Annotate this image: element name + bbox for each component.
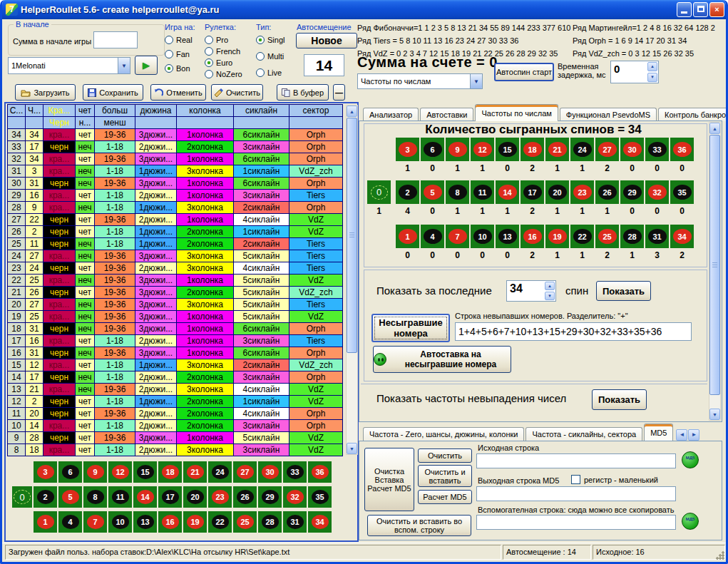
number-cell-29[interactable]: 29 (620, 180, 644, 204)
number-cell-3[interactable]: 3 (34, 461, 57, 483)
number-cell-23[interactable]: 23 (570, 180, 594, 204)
number-cell-19[interactable]: 19 (183, 511, 207, 533)
md5-calc-button[interactable]: Расчет MD5 (418, 490, 472, 504)
number-cell-30[interactable]: 30 (620, 138, 644, 161)
save-button[interactable]: Сохранить (83, 84, 143, 101)
zero-cell[interactable]: 0 (367, 180, 391, 204)
table-scrollbar-thumb[interactable] (347, 118, 357, 353)
number-cell-9[interactable]: 9 (83, 461, 107, 483)
number-cell-15[interactable]: 15 (133, 461, 157, 483)
number-cell-4[interactable]: 4 (421, 225, 444, 248)
number-cell-10[interactable]: 10 (471, 225, 494, 248)
number-cell-20[interactable]: 20 (183, 486, 207, 508)
number-cell-22[interactable]: 22 (208, 511, 232, 533)
close-button[interactable]: × (709, 2, 724, 17)
play-button[interactable]: ▶ (135, 56, 158, 75)
table-row[interactable]: 262чернчет1-181дюжи...2колонка1сиклайнVd… (8, 226, 343, 238)
radio-option-multi[interactable]: Multi (256, 52, 302, 61)
md5-output-input[interactable] (476, 486, 676, 501)
number-cell-26[interactable]: 26 (233, 486, 257, 508)
number-cell-32[interactable]: 32 (283, 486, 307, 508)
autobet-missed-button[interactable]: Автоставка на несыгравшие номера (373, 346, 511, 373)
md5-calc-icon[interactable]: МД5 (682, 451, 699, 468)
title-bar[interactable]: 7 HelperRoullet 5.6- create helperroulle… (0, 0, 728, 19)
number-cell-36[interactable]: 36 (308, 461, 332, 483)
preset-combo[interactable]: 1Melonati ▼ (8, 57, 130, 74)
show-last-spinner[interactable]: 34 ▲▼ (506, 280, 556, 302)
number-cell-29[interactable]: 29 (258, 486, 282, 508)
number-cell-24[interactable]: 24 (570, 138, 594, 161)
number-cell-12[interactable]: 12 (108, 461, 132, 483)
number-cell-12[interactable]: 12 (471, 138, 494, 161)
radio-option-singl[interactable]: Singl (256, 36, 302, 44)
delay-spinner[interactable]: 0 ▲▼ (610, 61, 659, 83)
table-row[interactable]: 3434кра...чет19-363дюжи...1колонка6сикла… (8, 129, 343, 141)
missed-numbers-button[interactable]: Несыгравшие номера (371, 314, 450, 342)
number-cell-15[interactable]: 15 (496, 138, 519, 161)
table-row[interactable]: 928чернчет19-363дюжи...1колонка5сиклайнV… (8, 432, 343, 444)
number-cell-6[interactable]: 6 (58, 461, 82, 483)
number-cell-35[interactable]: 35 (308, 486, 332, 508)
scroll-up-icon[interactable]: ▲ (709, 123, 720, 134)
resize-grip[interactable] (716, 551, 724, 560)
number-cell-33[interactable]: 33 (645, 138, 669, 161)
number-cell-33[interactable]: 33 (283, 461, 307, 483)
frequencies-grid[interactable]: 0369121518212427303336101102112000258111… (367, 138, 709, 260)
table-row[interactable]: 2225кра...неч19-363дюжи...1колонка5сикла… (8, 275, 343, 287)
table-row[interactable]: 1512кра...чет1-181дюжи...3колонка2сиклай… (8, 359, 343, 371)
table-row[interactable]: 289кра...неч1-181дюжи...3колонка2сиклайн… (8, 202, 343, 214)
number-cell-24[interactable]: 24 (208, 461, 232, 483)
spin-up-icon[interactable]: ▲ (647, 62, 657, 71)
number-cell-10[interactable]: 10 (108, 511, 132, 533)
table-row[interactable]: 2511черннеч1-181дюжи...2колонка2сиклайнT… (8, 238, 343, 250)
number-cell-17[interactable]: 17 (158, 486, 182, 508)
number-cell-19[interactable]: 19 (545, 225, 569, 248)
number-cell-31[interactable]: 31 (645, 225, 669, 248)
table-row[interactable]: 3317черннеч1-182дюжи...2колонка3сиклайнO… (8, 141, 343, 153)
table-row[interactable]: 2324чернчет19-362дюжи...3колонка4сиклайн… (8, 262, 343, 275)
number-cell-32[interactable]: 32 (645, 180, 669, 204)
number-cell-25[interactable]: 25 (233, 511, 257, 533)
number-cell-31[interactable]: 31 (283, 511, 307, 533)
number-cell-14[interactable]: 14 (133, 486, 157, 508)
spin-down-icon[interactable]: ▼ (545, 292, 555, 300)
table-row[interactable]: 2916кра...чет1-182дюжи...1колонка3сиклай… (8, 190, 343, 202)
number-cell-7[interactable]: 7 (446, 225, 469, 248)
bottom-tab-1[interactable]: Частота - сиклайны, сектора (526, 427, 642, 441)
number-cell-35[interactable]: 35 (670, 180, 694, 204)
clear-button[interactable]: Очистить (211, 84, 263, 101)
history-table[interactable]: С...Ч...Кра...четбольшдюжинаколонкасикла… (7, 104, 343, 456)
number-cell-34[interactable]: 34 (670, 225, 694, 248)
number-cell-16[interactable]: 16 (521, 225, 544, 248)
number-cell-28[interactable]: 28 (620, 225, 644, 248)
bottom-tab-2[interactable]: MD5 (644, 424, 673, 441)
table-row[interactable]: 1925кра...неч19-363дюжи...1колонка5сикла… (8, 311, 343, 323)
number-cell-5[interactable]: 5 (58, 486, 82, 508)
number-cell-25[interactable]: 25 (595, 225, 619, 248)
table-row[interactable]: 1120чернчет19-362дюжи...2колонка4сиклайн… (8, 408, 343, 420)
chevron-down-icon[interactable]: ▼ (118, 58, 130, 73)
number-cell-11[interactable]: 11 (471, 180, 494, 204)
right-panel-scrollbar[interactable]: ▲ ▼ (709, 122, 721, 421)
minimize-panel-button[interactable]: — (333, 84, 345, 101)
scroll-up-icon[interactable]: ▲ (347, 106, 357, 117)
number-cell-17[interactable]: 17 (521, 180, 544, 204)
number-cell-30[interactable]: 30 (258, 461, 282, 483)
number-cell-1[interactable]: 1 (34, 511, 57, 533)
number-cell-6[interactable]: 6 (421, 138, 444, 161)
number-cell-7[interactable]: 7 (83, 511, 107, 533)
right-tab-3[interactable]: Функционал PsevdoMS (560, 108, 657, 121)
md5-clear-paste-button[interactable]: Очистить и вставить (418, 465, 472, 487)
number-cell-16[interactable]: 16 (158, 511, 182, 533)
right-scrollbar-thumb[interactable] (709, 135, 720, 395)
number-cell-2[interactable]: 2 (396, 180, 419, 204)
number-cell-27[interactable]: 27 (595, 138, 619, 161)
number-cell-23[interactable]: 23 (208, 486, 232, 508)
right-tab-2[interactable]: Частоты по числам (475, 104, 558, 121)
maximize-button[interactable] (693, 2, 708, 17)
table-row[interactable]: 1321кра...неч19-362дюжи...3колонка4сикла… (8, 384, 343, 396)
spin-up-icon[interactable]: ▲ (545, 282, 555, 290)
table-row[interactable]: 3234кра...чет19-363дюжи...1колонка6сикла… (8, 153, 343, 165)
number-cell-26[interactable]: 26 (595, 180, 619, 204)
autospin-start-button[interactable]: Автоспин старт (494, 63, 554, 81)
